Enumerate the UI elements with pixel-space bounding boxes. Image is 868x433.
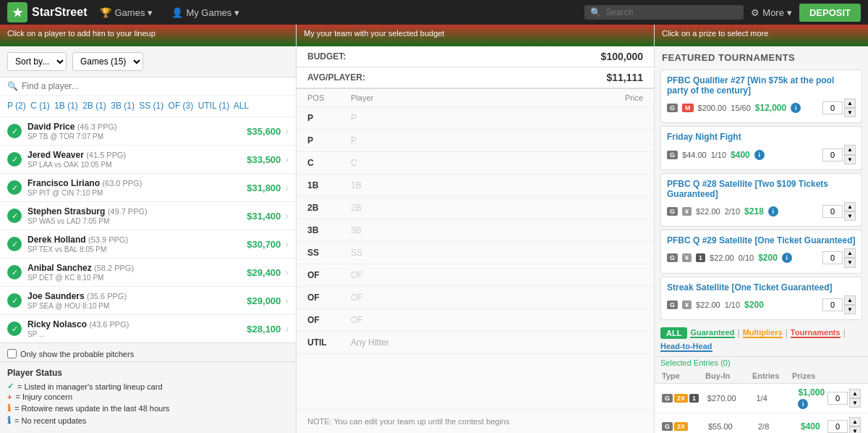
entry-decrease-button[interactable]: ▼ <box>844 305 856 314</box>
tab-guaranteed[interactable]: Guaranteed <box>690 328 734 338</box>
player-info: Joe Saunders (35.6 PPG) SP SEA @ HOU 8:1… <box>27 291 247 310</box>
tournament-item: PFBC Qualifier #27 [Win $75k at the pool… <box>660 70 862 123</box>
entry-count-input[interactable] <box>822 205 843 218</box>
tournament-name[interactable]: PFBC Q #29 Satellite [One Ticket Guarant… <box>667 235 856 245</box>
my-games-nav-button[interactable]: 👤 My Games ▾ <box>166 4 245 21</box>
entry-increase-button[interactable]: ▲ <box>844 145 856 154</box>
tournament-prize: $200 <box>758 253 778 263</box>
top-nav: ★ StarStreet 🏆 Games ▾ 👤 My Games ▾ 🔍 ⚙ … <box>0 0 868 25</box>
gear-icon: ⚙ <box>751 7 760 18</box>
chevron-right-icon: › <box>285 323 289 335</box>
deposit-button[interactable]: DEPOSIT <box>799 4 861 22</box>
info-icon[interactable]: i <box>791 103 801 113</box>
player-check-icon: ✓ <box>7 124 22 138</box>
pos-util[interactable]: UTIL (1) <box>198 101 230 111</box>
plus-icon: + <box>7 392 12 401</box>
player-check-icon: ✓ <box>7 152 22 167</box>
probable-pitchers-checkbox[interactable] <box>7 349 17 358</box>
pos-all[interactable]: ALL <box>234 101 249 111</box>
entry-count-input[interactable] <box>822 101 843 114</box>
tournament-name[interactable]: Friday Night Fight <box>667 132 856 142</box>
probable-pitchers-row: Only show the probable pitchers <box>7 349 289 358</box>
player-price: $29,000 <box>247 295 281 306</box>
player-item[interactable]: ✓ Ricky Nolasco (43.6 PPG) SP ... $28,10… <box>0 315 296 342</box>
entry-increase-button[interactable]: ▲ <box>849 389 861 398</box>
entry-decrease-button[interactable]: ▼ <box>849 426 861 433</box>
info-icon[interactable]: i <box>768 206 778 216</box>
right-scroll: FEATURED TOURNAMENTS PFBC Qualifier #27 … <box>655 46 868 433</box>
pos-p[interactable]: P (2) <box>7 101 26 111</box>
pos-c[interactable]: C (1) <box>30 101 50 111</box>
player-item[interactable]: ✓ David Price (46.3 PPG) SP TB @ TOR 7:0… <box>0 117 296 146</box>
entry-increase-button[interactable]: ▲ <box>844 98 856 108</box>
lineup-player-placeholder: OF <box>351 270 363 280</box>
badge-g: G <box>667 151 678 159</box>
entry-count-input[interactable] <box>822 298 843 311</box>
tournament-prize: $12,000 <box>755 103 786 113</box>
lineup-price <box>529 287 654 309</box>
entry-badges: G2X1 <box>662 394 705 403</box>
lineup-pos: OF <box>297 264 340 287</box>
player-item[interactable]: ✓ Anibal Sanchez (58.2 PPG) SP DET @ KC … <box>0 258 296 287</box>
tournament-entries: 15/60 <box>731 104 751 112</box>
player-game: SP TB @ TOR 7:07 PM <box>27 133 247 140</box>
entry-count-input[interactable] <box>822 251 843 264</box>
entry-increase-button[interactable]: ▲ <box>849 417 861 426</box>
tournament-name[interactable]: Streak Satellite [One Ticket Guaranteed] <box>667 282 856 293</box>
lineup-pos: UTIL <box>297 332 340 354</box>
pos-1b[interactable]: 1B (1) <box>54 101 78 111</box>
pos-ss[interactable]: SS (1) <box>139 101 163 111</box>
tournament-name[interactable]: PFBC Q #28 Satellite [Two $109 Tickets G… <box>667 179 856 199</box>
info-icon[interactable]: i <box>798 399 808 409</box>
entry-increase-button[interactable]: ▲ <box>844 295 856 305</box>
tab-head-to-head[interactable]: Head-to-Head <box>660 342 712 352</box>
player-item[interactable]: ✓ Jered Weaver (41.5 PPG) SP LAA vs OAK … <box>0 146 296 174</box>
chevron-right-icon: › <box>285 125 289 137</box>
sort-select[interactable]: Sort by... <box>7 52 67 71</box>
check-icon: ✓ <box>7 382 14 391</box>
entry-count-input[interactable] <box>827 392 848 405</box>
player-item[interactable]: ✓ Derek Holland (53.9 PPG) SP TEX vs BAL… <box>0 230 296 258</box>
pos-2b[interactable]: 2B (1) <box>82 101 106 111</box>
player-check-icon: ✓ <box>7 209 22 223</box>
tab-all[interactable]: ALL <box>660 327 687 339</box>
player-item[interactable]: ✓ Stephen Strasburg (49.7 PPG) SP WAS vs… <box>0 202 296 230</box>
player-item[interactable]: ✓ Joe Saunders (35.6 PPG) SP SEA @ HOU 8… <box>0 287 296 315</box>
tab-multipliers[interactable]: Multipliers <box>743 328 783 338</box>
badge-g: G <box>667 253 678 262</box>
games-nav-button[interactable]: 🏆 Games ▾ <box>94 4 158 21</box>
lineup-row: UTIL Any Hitter <box>297 332 654 354</box>
pos-3b[interactable]: 3B (1) <box>111 101 135 111</box>
entry-decrease-button[interactable]: ▼ <box>844 258 856 267</box>
chevron-down-icon: ▾ <box>148 7 153 18</box>
entry-increase-button[interactable]: ▲ <box>844 248 856 258</box>
search-input[interactable] <box>605 7 738 17</box>
tournament-entries: 0/10 <box>739 253 754 262</box>
lineup-player: OF <box>340 264 529 287</box>
position-filters: P (2) C (1) 1B (1) 2B (1) 3B (1) SS (1) … <box>0 96 296 117</box>
entry-decrease-button[interactable]: ▼ <box>844 155 856 164</box>
more-button[interactable]: ⚙ More ▾ <box>751 7 792 18</box>
games-select[interactable]: Games (15) <box>72 52 143 71</box>
info-icon[interactable]: i <box>754 150 765 160</box>
player-item[interactable]: ✓ Francisco Liriano (63.0 PPG) SP PIT @ … <box>0 174 296 202</box>
middle-banner: My your team with your selected budget <box>297 25 654 46</box>
entry-count-input[interactable] <box>827 420 848 433</box>
lineup-player-placeholder: OF <box>351 315 363 325</box>
info-icon[interactable]: i <box>782 253 792 263</box>
logo[interactable]: ★ StarStreet <box>7 2 87 22</box>
tab-tournaments[interactable]: Tournaments <box>791 328 841 338</box>
player-search-input[interactable] <box>22 81 289 91</box>
pos-of[interactable]: OF (3) <box>169 101 194 111</box>
tournament-name[interactable]: PFBC Qualifier #27 [Win $75k at the pool… <box>667 75 856 96</box>
entry-count-input[interactable] <box>822 148 843 161</box>
entry-increase-button[interactable]: ▲ <box>844 202 856 211</box>
lineup-note: NOTE: You can edit your team up until th… <box>297 409 654 433</box>
entry-decrease-button[interactable]: ▼ <box>844 211 856 221</box>
player-check-icon: ✓ <box>7 321 22 336</box>
entry-decrease-button[interactable]: ▼ <box>849 398 861 408</box>
search-icon: 🔍 <box>7 81 18 91</box>
lineup-player: OF <box>340 287 529 309</box>
entry-decrease-button[interactable]: ▼ <box>844 108 856 117</box>
player-ppg: (41.5 PPG) <box>86 151 126 159</box>
